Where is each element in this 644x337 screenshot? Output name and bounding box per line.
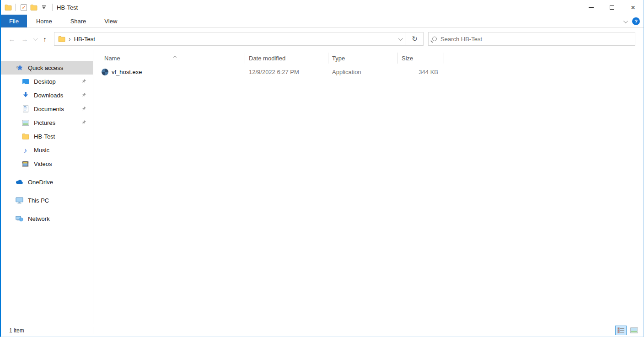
folder-icon [30, 4, 38, 11]
status-bar: 1 item [1, 324, 644, 337]
large-icons-view-button[interactable] [628, 326, 640, 335]
exe-file-icon [102, 69, 108, 75]
up-button[interactable]: ↑ [38, 32, 51, 45]
app-folder-icon [5, 4, 12, 11]
close-button[interactable]: × [623, 0, 644, 15]
window-controls: × [580, 0, 644, 15]
check-document-icon: ✓ [21, 4, 27, 11]
file-date-modified: 12/9/2022 6:27 PM [245, 69, 328, 75]
document-icon [21, 105, 29, 112]
help-button[interactable]: ? [632, 17, 640, 25]
file-row[interactable]: vf_host.exe 12/9/2022 6:27 PM Applicatio… [101, 66, 644, 78]
sidebar-item-label: Music [34, 147, 49, 154]
pin-icon [81, 106, 86, 111]
sidebar-item-onedrive[interactable]: OneDrive [1, 175, 93, 189]
folder-icon [21, 133, 29, 140]
sidebar-item-label: OneDrive [28, 179, 53, 186]
sidebar-item-label: Pictures [34, 119, 55, 126]
sidebar-item-network[interactable]: Network [1, 212, 93, 225]
desktop-icon [21, 78, 29, 85]
navigation-toolbar: ← → ↑ › HB-Test ↻ [1, 28, 644, 50]
sidebar-item-label: Downloads [34, 92, 63, 99]
qat-new-folder-button[interactable] [29, 2, 39, 12]
navigation-pane: Quick access Desktop Downloads [1, 50, 93, 324]
quick-access-star-icon [16, 64, 23, 71]
pin-icon [81, 79, 86, 84]
breadcrumb: › HB-Test [54, 36, 95, 43]
maximize-button[interactable] [601, 0, 623, 15]
network-icon [16, 215, 23, 222]
file-explorer-window: ✓ HB-Test × File Home Share View ? ← → ↑ [0, 0, 644, 337]
expand-ribbon-button[interactable] [623, 18, 627, 25]
sidebar-item-desktop[interactable]: Desktop [1, 75, 93, 88]
sidebar-item-label: Network [28, 215, 50, 222]
item-count: 1 item [9, 327, 24, 334]
details-view-icon [617, 327, 625, 333]
search-icon [432, 37, 437, 41]
address-dropdown-button[interactable] [394, 32, 406, 45]
file-size: 344 KB [398, 69, 444, 75]
column-header-name[interactable]: Name [101, 53, 245, 64]
pin-icon [81, 92, 86, 97]
music-note-icon: ♪ [21, 146, 29, 154]
forward-button[interactable]: → [18, 32, 31, 45]
chevron-down-icon [33, 36, 38, 41]
sidebar-item-this-pc[interactable]: This PC [1, 193, 93, 207]
details-view-button[interactable] [615, 326, 627, 335]
close-icon: × [631, 4, 635, 11]
main-area: Quick access Desktop Downloads [1, 50, 644, 324]
sidebar-item-pictures[interactable]: Pictures [1, 116, 93, 129]
sidebar-item-hb-test[interactable]: HB-Test [1, 129, 93, 143]
breadcrumb-chevron-icon[interactable]: › [69, 36, 71, 42]
back-button[interactable]: ← [5, 32, 18, 45]
thumbnail-view-icon [630, 327, 638, 333]
breadcrumb-folder[interactable]: HB-Test [74, 36, 95, 43]
tab-view[interactable]: View [97, 15, 124, 27]
sidebar-item-downloads[interactable]: Downloads [1, 88, 93, 102]
sidebar-item-label: HB-Test [34, 133, 55, 140]
file-list-pane: Name Date modified Type Size vf_host.exe… [93, 50, 644, 324]
window-title: HB-Test [57, 4, 78, 11]
column-header-size[interactable]: Size [398, 53, 444, 64]
sidebar-item-label: Desktop [34, 78, 56, 85]
titlebar: ✓ HB-Test × [1, 0, 644, 15]
computer-icon [16, 197, 23, 204]
column-header-type[interactable]: Type [328, 53, 398, 64]
qat-separator [52, 4, 53, 11]
search-box[interactable] [428, 32, 635, 46]
pictures-icon [21, 119, 29, 126]
qat-separator [15, 4, 16, 11]
chevron-down-icon [42, 5, 46, 9]
view-switcher [615, 326, 640, 335]
search-input[interactable] [440, 36, 631, 43]
address-bar[interactable]: › HB-Test [54, 32, 406, 46]
tab-file[interactable]: File [1, 15, 27, 27]
sidebar-item-label: This PC [28, 197, 49, 204]
chevron-down-icon [398, 36, 402, 41]
sidebar-item-label: Videos [34, 160, 52, 167]
file-type: Application [328, 69, 398, 75]
qat-customize-button[interactable] [39, 2, 49, 12]
tab-share[interactable]: Share [64, 15, 93, 27]
qat-properties-button[interactable]: ✓ [19, 2, 29, 12]
refresh-button[interactable]: ↻ [406, 32, 424, 46]
sidebar-item-documents[interactable]: Documents [1, 102, 93, 116]
videos-icon [21, 160, 29, 167]
tab-home[interactable]: Home [29, 15, 59, 27]
ribbon-tab-bar: File Home Share View ? [1, 15, 644, 28]
column-headers: Name Date modified Type Size [101, 53, 644, 64]
recent-locations-button[interactable] [31, 32, 38, 45]
onedrive-cloud-icon [16, 178, 23, 186]
sort-ascending-icon [174, 53, 176, 60]
minimize-icon [589, 7, 594, 8]
sidebar-item-label: Documents [34, 106, 64, 112]
file-name: vf_host.exe [112, 69, 142, 75]
download-arrow-icon [21, 91, 29, 99]
maximize-icon [610, 5, 614, 10]
sidebar-item-quick-access[interactable]: Quick access [1, 61, 93, 75]
status-separator [93, 327, 93, 334]
sidebar-item-videos[interactable]: Videos [1, 157, 93, 171]
sidebar-item-music[interactable]: ♪ Music [1, 143, 93, 157]
minimize-button[interactable] [580, 0, 601, 15]
column-header-date-modified[interactable]: Date modified [245, 53, 328, 64]
